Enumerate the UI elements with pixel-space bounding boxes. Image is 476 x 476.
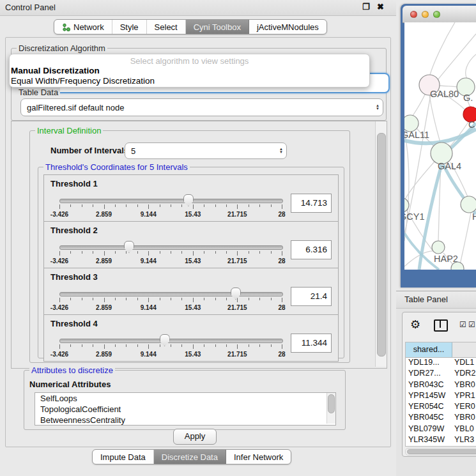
apply-button[interactable]: Apply — [173, 429, 217, 445]
slider-tick — [181, 204, 182, 207]
number-of-intervals-spinner[interactable]: 5 ▲▼ — [125, 142, 287, 159]
horizontal-scrollbar[interactable] — [405, 448, 476, 456]
checkbox-icon[interactable]: ☑ — [468, 320, 475, 329]
slider-tick — [215, 344, 216, 347]
network-node-h[interactable] — [461, 196, 476, 213]
table-column-header[interactable]: na — [452, 342, 476, 357]
gear-icon[interactable]: ⚙ — [410, 318, 420, 332]
slider-thumb[interactable] — [124, 241, 134, 253]
slider-tick — [160, 251, 160, 254]
slider-tick — [193, 298, 194, 302]
threshold-slider-2[interactable]: -3.4262.8599.14415.4321.71528 — [59, 240, 282, 266]
table-panel-body: ⚙ ☑ ☑ shared...na YDL19...YDL1YDR27...YD… — [402, 312, 476, 457]
zoom-button[interactable] — [433, 11, 440, 18]
slider-tick — [249, 204, 249, 207]
scrollbar-thumb[interactable] — [407, 449, 476, 454]
table-cell: YBR0 — [452, 380, 476, 391]
dropdown-option[interactable]: Equal Width/Frequency Discretization — [10, 76, 369, 86]
slider-tick — [115, 298, 116, 300]
tab-select[interactable]: Select — [147, 20, 186, 34]
slider-tick — [115, 251, 116, 254]
tab-label: Infer Network — [234, 452, 283, 462]
threshold-value-field[interactable]: 21.4 — [291, 287, 332, 306]
tab-infer-network[interactable]: Infer Network — [226, 450, 291, 464]
panel-title: Control Panel — [5, 3, 56, 12]
tab-discretize-data[interactable]: Discretize Data — [154, 450, 226, 464]
threshold-value-field[interactable]: 11.344 — [291, 334, 332, 353]
tab-jactivemnodules[interactable]: jActiveMNodules — [249, 20, 326, 34]
slider-tick — [226, 251, 227, 254]
tab-cyni-toolbox[interactable]: Cyni Toolbox — [186, 20, 249, 34]
threshold-slider-4[interactable]: -3.4262.8599.14415.4321.71528 — [59, 333, 282, 360]
tab-impute-data[interactable]: Impute Data — [93, 450, 154, 464]
slider-tick-label: 28 — [278, 351, 285, 358]
attribute-list-item[interactable]: BetweennessCentrality — [35, 415, 335, 426]
table-row[interactable]: YBR043CYBR0 — [406, 380, 476, 391]
slider-tick-label: 15.43 — [185, 211, 201, 218]
threshold-slider-3[interactable]: -3.4262.8599.14415.4321.71528 — [59, 286, 282, 313]
tab-network[interactable]: Network — [54, 20, 112, 34]
slider-tick — [271, 251, 272, 254]
minimize-button[interactable] — [422, 11, 429, 18]
dropdown-placeholder: Select algorithm to view settings — [10, 54, 369, 66]
slider-tick — [104, 251, 105, 256]
slider-thumb[interactable] — [183, 194, 194, 206]
threshold-value-field[interactable]: 6.316 — [291, 240, 332, 259]
scrollbar-thumb[interactable] — [328, 394, 335, 413]
table-data-combobox[interactable]: galFiltered.sif default node ▲▼ — [20, 98, 383, 116]
table-cell: YDL1 — [452, 358, 476, 369]
slider-tick — [193, 251, 194, 256]
checkbox-icon[interactable]: ☑ — [459, 320, 466, 329]
slider-tick — [82, 298, 82, 300]
group-title: Discretization Algorithm — [17, 43, 107, 53]
slider-tick — [93, 251, 93, 254]
top-tab-bar: NetworkStyleSelectCyni ToolboxjActiveMNo… — [54, 19, 327, 35]
split-column-icon[interactable] — [434, 319, 448, 332]
table-row[interactable]: YIL052CYIL0 — [406, 446, 476, 447]
node-attribute-table[interactable]: shared...na YDL19...YDL1YDR27...YDR2YBR0… — [405, 342, 476, 447]
threshold-label: Threshold 3 — [50, 272, 98, 282]
threshold-stack: Threshold 1-3.4262.8599.14415.4321.71528… — [43, 175, 339, 362]
threshold-value-field[interactable]: 14.713 — [291, 194, 332, 213]
slider-tick — [193, 344, 194, 349]
slider-thumb[interactable] — [160, 334, 170, 346]
network-edge — [440, 86, 457, 87]
list-scrollbar[interactable] — [326, 393, 335, 424]
threshold-panel-3: Threshold 3-3.4262.8599.14415.4321.71528… — [43, 268, 339, 315]
table-row[interactable]: YBL079WYBL0 — [406, 424, 476, 435]
slider-thumb[interactable] — [231, 288, 241, 300]
scrollbar-thumb[interactable] — [377, 133, 386, 357]
table-row[interactable]: YER054CYER0 — [406, 402, 476, 413]
slider-tick — [249, 298, 249, 300]
float-window-icon[interactable]: ❐ — [362, 2, 370, 12]
slider-tick — [148, 344, 149, 349]
numerical-attributes-list[interactable]: SelfLoopsTopologicalCoefficientBetweenne… — [35, 392, 336, 426]
slider-tick — [282, 204, 282, 209]
close-icon[interactable]: ✖ — [377, 2, 384, 12]
vertical-scrollbar[interactable] — [375, 121, 387, 367]
table-row[interactable]: YDL19...YDL1 — [406, 358, 476, 369]
slider-tick — [148, 298, 149, 302]
table-row[interactable]: YBR045CYBR0 — [406, 413, 476, 424]
dropdown-option[interactable]: Manual Discretization — [10, 66, 369, 76]
slider-tick — [126, 298, 127, 300]
slider-tick — [181, 251, 182, 254]
slider-tick — [237, 298, 238, 302]
close-button[interactable] — [410, 11, 417, 18]
table-row[interactable]: YDR27...YDR2 — [406, 369, 476, 380]
slider-tick — [82, 344, 82, 347]
tab-style[interactable]: Style — [112, 20, 147, 34]
slider-tick — [137, 298, 138, 300]
attribute-list-item[interactable]: SelfLoops — [35, 393, 335, 404]
table-column-header[interactable]: shared... — [406, 342, 452, 357]
table-cell: YBL0 — [452, 424, 476, 435]
slider-tick — [59, 344, 60, 349]
network-canvas[interactable]: GAL80G.CGAL11GAL4GCY1HHAP2 — [404, 22, 476, 270]
network-edge — [413, 93, 426, 116]
threshold-slider-1[interactable]: -3.4262.8599.14415.4321.71528 — [59, 193, 282, 220]
attribute-list-item[interactable]: TopologicalCoefficient — [35, 404, 335, 415]
slider-tick-label: -3.426 — [50, 257, 68, 265]
network-node-hap2[interactable] — [432, 241, 445, 254]
table-row[interactable]: YPR145WYPR1 — [406, 391, 476, 402]
table-row[interactable]: YLR345WYLR3 — [406, 435, 476, 446]
